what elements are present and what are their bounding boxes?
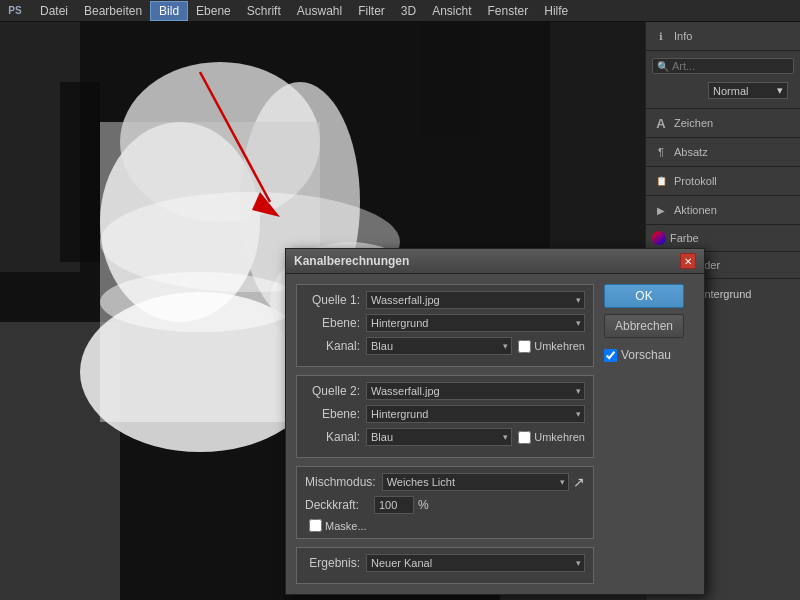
protokoll-label: Protokoll xyxy=(674,175,717,187)
zeichen-label: Zeichen xyxy=(674,117,713,129)
menu-ebene[interactable]: Ebene xyxy=(188,2,239,20)
kanal1-select-wrapper: Blau Rot Grün ▾ xyxy=(366,337,512,355)
dialog-title: Kanalberechnungen xyxy=(294,254,409,268)
aktionen-section: ▶ Aktionen xyxy=(646,196,800,225)
ebene2-label: Ebene: xyxy=(305,407,360,421)
kanal2-select-wrapper: Blau Rot Grün ▾ xyxy=(366,428,512,446)
vorschau-checkbox[interactable] xyxy=(604,349,617,362)
deckkraft-row: Deckkraft: % xyxy=(305,496,585,514)
chevron-down-icon: ▾ xyxy=(777,84,783,97)
ebene2-select[interactable]: Hintergrund xyxy=(366,405,585,423)
aktionen-icon: ▶ xyxy=(652,202,670,218)
source1-section: Quelle 1: Wasserfall.jpg ▾ Ebene: Hinter… xyxy=(296,284,594,367)
kanal2-select[interactable]: Blau Rot Grün xyxy=(366,428,512,446)
search-icon: 🔍 xyxy=(657,61,669,72)
cancel-button[interactable]: Abbrechen xyxy=(604,314,684,338)
mischmode-row: Mischmodus: Weiches Licht Normal Multipl… xyxy=(305,473,585,491)
source2-section: Quelle 2: Wasserfall.jpg ▾ Ebene: Hinter… xyxy=(296,375,594,458)
absatz-label: Absatz xyxy=(674,146,708,158)
layer-mode-dropdown[interactable]: Normal ▾ xyxy=(708,82,788,99)
deckkraft-percent: % xyxy=(418,498,429,512)
aktionen-label: Aktionen xyxy=(674,204,717,216)
maske-label: Maske... xyxy=(325,520,367,532)
source2-label: Quelle 2: xyxy=(305,384,360,398)
farbe-label: Farbe xyxy=(670,232,699,244)
dialog-left: Quelle 1: Wasserfall.jpg ▾ Ebene: Hinter… xyxy=(296,284,594,584)
umkehren2-label: Umkehren xyxy=(534,431,585,443)
deckkraft-label: Deckkraft: xyxy=(305,498,370,512)
source2-select[interactable]: Wasserfall.jpg xyxy=(366,382,585,400)
farbe-icon xyxy=(652,231,666,245)
mischmode-label: Mischmodus: xyxy=(305,475,376,489)
ergebnis-select-wrapper: Neuer Kanal Neue Ebene Neues Dokument ▾ xyxy=(366,554,585,572)
protokoll-section: 📋 Protokoll xyxy=(646,167,800,196)
kanal2-row: Kanal: Blau Rot Grün ▾ Umkehren xyxy=(305,428,585,446)
search-input[interactable] xyxy=(672,60,772,72)
ebene1-select[interactable]: Hintergrund xyxy=(366,314,585,332)
ergebnis-label: Ergebnis: xyxy=(305,556,360,570)
kanal1-row: Kanal: Blau Rot Grün ▾ Umkehren xyxy=(305,337,585,355)
menubar: PS Datei Bearbeiten Bild Ebene Schrift A… xyxy=(0,0,800,22)
vorschau-label: Vorschau xyxy=(621,348,671,362)
info-icon: ℹ xyxy=(652,28,670,44)
mischmode-select-wrapper: Weiches Licht Normal Multiplizieren ▾ xyxy=(382,473,569,491)
ergebnis-row: Ergebnis: Neuer Kanal Neue Ebene Neues D… xyxy=(305,554,585,572)
menu-hilfe[interactable]: Hilfe xyxy=(536,2,576,20)
ergebnis-section: Ergebnis: Neuer Kanal Neue Ebene Neues D… xyxy=(296,547,594,584)
svg-rect-12 xyxy=(420,22,480,142)
dialog-body: Quelle 1: Wasserfall.jpg ▾ Ebene: Hinter… xyxy=(286,274,704,594)
maske-row: Maske... xyxy=(309,519,585,532)
menu-fenster[interactable]: Fenster xyxy=(480,2,537,20)
mischmode-section: Mischmodus: Weiches Licht Normal Multipl… xyxy=(296,466,594,539)
umkehren2-row: Umkehren xyxy=(518,431,585,444)
source1-select-wrapper: Wasserfall.jpg ▾ xyxy=(366,291,585,309)
absatz-section: ¶ Absatz xyxy=(646,138,800,167)
menu-datei[interactable]: Datei xyxy=(32,2,76,20)
umkehren1-label: Umkehren xyxy=(534,340,585,352)
mischmode-select[interactable]: Weiches Licht Normal Multiplizieren xyxy=(382,473,569,491)
search-section: 🔍 Normal ▾ xyxy=(646,51,800,109)
source2-row: Quelle 2: Wasserfall.jpg ▾ xyxy=(305,382,585,400)
umkehren2-checkbox[interactable] xyxy=(518,431,531,444)
menu-ansicht[interactable]: Ansicht xyxy=(424,2,479,20)
maske-checkbox[interactable] xyxy=(309,519,322,532)
zeichen-icon: A xyxy=(652,115,670,131)
kanal2-label: Kanal: xyxy=(305,430,360,444)
menu-bearbeiten[interactable]: Bearbeiten xyxy=(76,2,150,20)
ergebnis-select[interactable]: Neuer Kanal Neue Ebene Neues Dokument xyxy=(366,554,585,572)
menu-auswahl[interactable]: Auswahl xyxy=(289,2,350,20)
info-label: Info xyxy=(674,30,692,42)
dialog-close-button[interactable]: ✕ xyxy=(680,253,696,269)
ebene2-row: Ebene: Hintergrund ▾ xyxy=(305,405,585,423)
svg-point-15 xyxy=(100,272,300,332)
search-bar[interactable]: 🔍 xyxy=(652,58,794,74)
umkehren1-checkbox[interactable] xyxy=(518,340,531,353)
source2-select-wrapper: Wasserfall.jpg ▾ xyxy=(366,382,585,400)
kanal1-select[interactable]: Blau Rot Grün xyxy=(366,337,512,355)
kanal1-label: Kanal: xyxy=(305,339,360,353)
ok-button[interactable]: OK xyxy=(604,284,684,308)
zeichen-section: A Zeichen xyxy=(646,109,800,138)
ebene1-select-wrapper: Hintergrund ▾ xyxy=(366,314,585,332)
kanalberechnungen-dialog: Kanalberechnungen ✕ Quelle 1: Wasserfall… xyxy=(285,248,705,595)
dialog-right: OK Abbrechen Vorschau xyxy=(604,284,694,584)
dialog-titlebar[interactable]: Kanalberechnungen ✕ xyxy=(286,249,704,274)
ps-logo: PS xyxy=(4,1,26,21)
source1-row: Quelle 1: Wasserfall.jpg ▾ xyxy=(305,291,585,309)
source1-label: Quelle 1: xyxy=(305,293,360,307)
ebene1-row: Ebene: Hintergrund ▾ xyxy=(305,314,585,332)
menu-bild[interactable]: Bild xyxy=(150,1,188,21)
umkehren1-row: Umkehren xyxy=(518,340,585,353)
info-section: ℹ Info xyxy=(646,22,800,51)
menu-3d[interactable]: 3D xyxy=(393,2,424,20)
protokoll-icon: 📋 xyxy=(652,173,670,189)
svg-rect-11 xyxy=(60,82,100,262)
layer-mode-value: Normal xyxy=(713,85,748,97)
preview-row: Vorschau xyxy=(604,348,694,362)
ebene2-select-wrapper: Hintergrund ▾ xyxy=(366,405,585,423)
menu-filter[interactable]: Filter xyxy=(350,2,393,20)
menu-schrift[interactable]: Schrift xyxy=(239,2,289,20)
cursor-indicator: ↗ xyxy=(573,474,585,490)
deckkraft-input[interactable] xyxy=(374,496,414,514)
source1-select[interactable]: Wasserfall.jpg xyxy=(366,291,585,309)
